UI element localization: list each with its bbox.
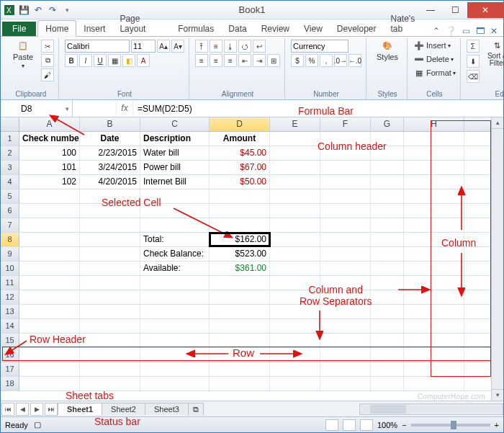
cell-C8[interactable]: Total:: [140, 233, 210, 246]
increase-decimal-icon[interactable]: .0→: [334, 54, 347, 67]
cell-F3[interactable]: [320, 161, 371, 174]
row-header-7[interactable]: 7: [1, 218, 19, 232]
cell-F5[interactable]: [320, 189, 371, 203]
italic-button[interactable]: I: [79, 54, 92, 67]
cell-E15[interactable]: [270, 334, 320, 347]
copy-icon[interactable]: ⧉: [41, 54, 54, 67]
cell-H14[interactable]: [404, 319, 464, 333]
cell-G7[interactable]: [371, 218, 404, 232]
border-icon[interactable]: ▦: [108, 54, 121, 67]
column-header-B[interactable]: B: [80, 117, 140, 131]
cell-D7[interactable]: [210, 218, 270, 232]
cell-E10[interactable]: [270, 262, 320, 275]
column-header-F[interactable]: F: [320, 117, 371, 131]
cell-A3[interactable]: 101: [19, 161, 80, 174]
cell-F14[interactable]: [320, 319, 371, 333]
cell-C13[interactable]: [140, 305, 210, 318]
paste-button[interactable]: 📋 Paste ▾: [8, 40, 38, 69]
help-icon[interactable]: ❔: [446, 26, 456, 36]
cell-E17[interactable]: [270, 362, 320, 376]
row-header-16[interactable]: 16: [1, 348, 19, 362]
cell-G4[interactable]: [371, 175, 404, 189]
cell-A16[interactable]: [19, 348, 80, 362]
name-box[interactable]: D8: [1, 100, 73, 117]
cell-B13[interactable]: [80, 305, 140, 318]
horizontal-scrollbar[interactable]: [359, 403, 503, 415]
increase-font-icon[interactable]: A▴: [157, 40, 170, 53]
zoom-in-icon[interactable]: +: [495, 421, 499, 429]
cell-H13[interactable]: [404, 305, 464, 318]
cell-E1[interactable]: [270, 132, 320, 146]
cell-E18[interactable]: [270, 377, 320, 390]
cell-G5[interactable]: [371, 189, 404, 203]
cell-E16[interactable]: [270, 348, 320, 362]
cell-B5[interactable]: [80, 189, 140, 203]
cell-G18[interactable]: [371, 377, 404, 390]
zoom-level[interactable]: 100%: [377, 421, 397, 429]
clear-icon[interactable]: ⌫: [467, 70, 480, 83]
cell-B6[interactable]: [80, 204, 140, 218]
cell-B18[interactable]: [80, 377, 140, 390]
cell-C17[interactable]: [140, 362, 210, 376]
cell-H5[interactable]: [404, 189, 464, 203]
cell-H8[interactable]: [404, 233, 464, 246]
fill-icon[interactable]: ⬇: [467, 55, 480, 68]
cell-G16[interactable]: [371, 348, 404, 362]
cell-B2[interactable]: 2/23/2015: [80, 146, 140, 160]
cell-E3[interactable]: [270, 161, 320, 174]
column-header-D[interactable]: D: [210, 117, 270, 131]
font-size-combo[interactable]: [131, 40, 156, 53]
cell-E11[interactable]: [270, 276, 320, 290]
tab-custom[interactable]: Nate's tab: [384, 11, 433, 36]
cell-F4[interactable]: [320, 175, 371, 189]
column-header-A[interactable]: A: [19, 117, 80, 131]
cell-D10[interactable]: $361.00: [210, 262, 270, 275]
cell-E9[interactable]: [270, 247, 320, 261]
cell-G10[interactable]: [371, 262, 404, 275]
cell-G3[interactable]: [371, 161, 404, 174]
format-cells-button[interactable]: ▦Format▾: [413, 67, 456, 79]
format-painter-icon[interactable]: 🖌: [41, 68, 54, 81]
sheet-tab-3[interactable]: Sheet3: [145, 403, 189, 415]
cell-B11[interactable]: [80, 276, 140, 290]
align-right-icon[interactable]: ≡: [224, 54, 237, 67]
select-all-corner[interactable]: [1, 117, 19, 131]
cell-A1[interactable]: Check number: [19, 132, 80, 146]
save-icon[interactable]: 💾: [18, 4, 30, 16]
tab-developer[interactable]: Developer: [330, 21, 384, 36]
cell-H16[interactable]: [404, 348, 464, 362]
cell-D2[interactable]: $45.00: [210, 146, 270, 160]
row-header-10[interactable]: 10: [1, 262, 19, 275]
row-header-13[interactable]: 13: [1, 305, 19, 318]
cell-D8[interactable]: $162.00: [210, 233, 270, 246]
cell-B1[interactable]: Date: [80, 132, 140, 146]
sheet-tab-1[interactable]: Sheet1: [58, 403, 102, 415]
qat-dropdown-icon[interactable]: ▾: [61, 4, 73, 16]
cell-E2[interactable]: [270, 146, 320, 160]
cell-C7[interactable]: [140, 218, 210, 232]
cell-D4[interactable]: $50.00: [210, 175, 270, 189]
cell-H2[interactable]: [404, 146, 464, 160]
cell-styles-button[interactable]: 🎨 Styles: [372, 40, 402, 61]
font-name-combo[interactable]: [65, 40, 130, 53]
cell-D9[interactable]: $523.00: [210, 247, 270, 261]
cell-A18[interactable]: [19, 377, 80, 390]
cell-E12[interactable]: [270, 290, 320, 304]
cell-A4[interactable]: 102: [19, 175, 80, 189]
sheet-nav-last-icon[interactable]: ⏭: [45, 403, 58, 416]
cell-B16[interactable]: [80, 348, 140, 362]
cell-E4[interactable]: [270, 175, 320, 189]
cell-B3[interactable]: 3/24/2015: [80, 161, 140, 174]
cell-A10[interactable]: [19, 262, 80, 275]
cell-B4[interactable]: 4/20/2015: [80, 175, 140, 189]
row-header-2[interactable]: 2: [1, 146, 19, 160]
cell-E6[interactable]: [270, 204, 320, 218]
cell-F11[interactable]: [320, 276, 371, 290]
cell-H15[interactable]: [404, 334, 464, 347]
decrease-font-icon[interactable]: A▾: [171, 40, 184, 53]
normal-view-icon[interactable]: [325, 419, 338, 431]
window-options-icon[interactable]: ▭: [462, 26, 470, 36]
cell-D14[interactable]: [210, 319, 270, 333]
cell-A5[interactable]: [19, 189, 80, 203]
row-header-17[interactable]: 17: [1, 362, 19, 376]
